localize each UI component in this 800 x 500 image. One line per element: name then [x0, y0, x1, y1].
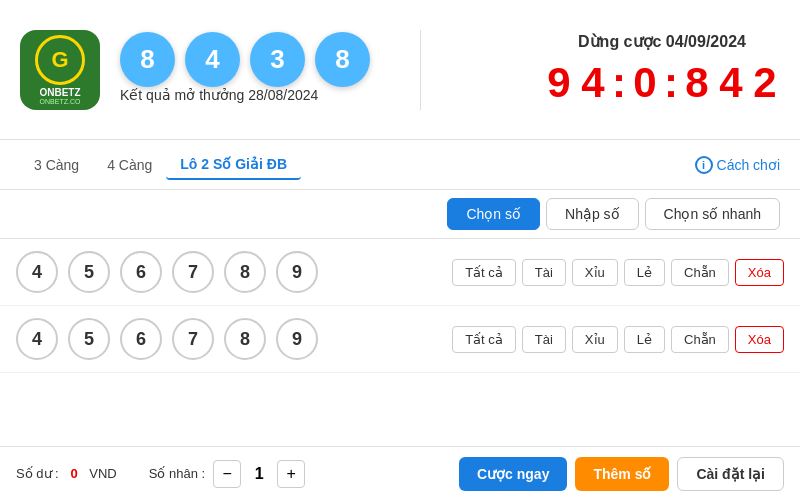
lottery-balls: 8438	[120, 32, 370, 87]
logo: G ONBETZ ONBETZ.CO	[20, 30, 100, 110]
filter-tai-r2[interactable]: Tài	[522, 326, 566, 353]
num-ball-6-r2[interactable]: 6	[120, 318, 162, 360]
num-ball-9-r1[interactable]: 9	[276, 251, 318, 293]
filter-btns-1: Tất cả Tài Xỉu Lẻ Chẵn Xóa	[452, 259, 784, 286]
filter-le-r2[interactable]: Lẻ	[624, 326, 665, 353]
tab-4cang[interactable]: 4 Càng	[93, 151, 166, 179]
lottery-ball-1: 4	[185, 32, 240, 87]
number-row-2: 4 5 6 7 8 9 Tất cả Tài Xỉu Lẻ Chẵn Xóa	[0, 306, 800, 373]
tab-3cang[interactable]: 3 Càng	[20, 151, 93, 179]
number-rows: 4 5 6 7 8 9 Tất cả Tài Xỉu Lẻ Chẵn Xóa 4…	[0, 239, 800, 446]
filter-xiu-r2[interactable]: Xỉu	[572, 326, 618, 353]
mode-btn-nhapso[interactable]: Nhập số	[546, 198, 639, 230]
timer-d4: 8	[682, 59, 712, 107]
filter-btns-2: Tất cả Tài Xỉu Lẻ Chẵn Xóa	[452, 326, 784, 353]
info-icon: i	[695, 156, 713, 174]
number-row-1: 4 5 6 7 8 9 Tất cả Tài Xỉu Lẻ Chẵn Xóa	[0, 239, 800, 306]
filter-xoa-r1[interactable]: Xóa	[735, 259, 784, 286]
timer-d1: 9	[544, 59, 574, 107]
num-ball-7-r1[interactable]: 7	[172, 251, 214, 293]
num-balls-2: 4 5 6 7 8 9	[16, 318, 318, 360]
timer-section: Dừng cược 04/09/2024 9 4 : 0 : 8 4 2	[544, 32, 780, 107]
lottery-ball-2: 3	[250, 32, 305, 87]
num-balls-1: 4 5 6 7 8 9	[16, 251, 318, 293]
divider	[420, 30, 421, 110]
timer-d2: 4	[578, 59, 608, 107]
timer-c1: :	[612, 59, 626, 107]
mode-btn-chonso[interactable]: Chọn số	[447, 198, 540, 230]
header: G ONBETZ ONBETZ.CO 8438 Kết quả mở thưởn…	[0, 0, 800, 140]
logo-circle: G	[35, 35, 85, 85]
mode-buttons-row: Chọn số Nhập số Chọn số nhanh	[0, 190, 800, 239]
timer-c2: :	[664, 59, 678, 107]
num-ball-9-r2[interactable]: 9	[276, 318, 318, 360]
filter-chan-r2[interactable]: Chẵn	[671, 326, 729, 353]
logo-sub: ONBETZ.CO	[40, 98, 81, 105]
info-link[interactable]: i Cách chơi	[695, 156, 780, 174]
mode-btn-chonsonhanh[interactable]: Chọn số nhanh	[645, 198, 780, 230]
result-info: Kết quả mở thưởng 28/08/2024	[120, 87, 318, 107]
num-ball-8-r1[interactable]: 8	[224, 251, 266, 293]
filter-xoa-r2[interactable]: Xóa	[735, 326, 784, 353]
filter-xiu-r1[interactable]: Xỉu	[572, 259, 618, 286]
main-container: G ONBETZ ONBETZ.CO 8438 Kết quả mở thưởn…	[0, 0, 800, 500]
lottery-ball-3: 8	[315, 32, 370, 87]
logo-area: G ONBETZ ONBETZ.CO	[20, 30, 100, 110]
filter-chan-r1[interactable]: Chẵn	[671, 259, 729, 286]
num-ball-5-r2[interactable]: 5	[68, 318, 110, 360]
num-ball-7-r2[interactable]: 7	[172, 318, 214, 360]
multiplier-minus-btn[interactable]: −	[213, 460, 241, 488]
balance-label: Số dư : 0 VND	[16, 466, 117, 481]
lottery-ball-0: 8	[120, 32, 175, 87]
result-label: Kết quả mở thưởng 28/08/2024	[120, 87, 318, 103]
filter-le-r1[interactable]: Lẻ	[624, 259, 665, 286]
info-label: Cách chơi	[717, 157, 780, 173]
timer-label: Dừng cược 04/09/2024	[578, 32, 746, 51]
balance-value: 0	[70, 466, 77, 481]
num-ball-4-r2[interactable]: 4	[16, 318, 58, 360]
bet-now-button[interactable]: Cược ngay	[459, 457, 567, 491]
num-ball-4-r1[interactable]: 4	[16, 251, 58, 293]
filter-tatca-r1[interactable]: Tất cả	[452, 259, 516, 286]
multiplier-label: Số nhân :	[149, 466, 205, 481]
logo-text: ONBETZ	[39, 87, 80, 98]
add-number-button[interactable]: Thêm số	[575, 457, 669, 491]
timer-display: 9 4 : 0 : 8 4 2	[544, 59, 780, 107]
bottom-bar: Số dư : 0 VND Số nhân : − 1 + Cược ngay …	[0, 446, 800, 500]
timer-d6: 2	[750, 59, 780, 107]
num-ball-8-r2[interactable]: 8	[224, 318, 266, 360]
filter-tai-r1[interactable]: Tài	[522, 259, 566, 286]
action-btns: Cược ngay Thêm số Cài đặt lại	[459, 457, 784, 491]
multiplier-area: Số nhân : − 1 +	[149, 460, 305, 488]
timer-d3: 0	[630, 59, 660, 107]
balance-label-text: Số dư :	[16, 466, 59, 481]
tab-lo2so[interactable]: Lô 2 Số Giải ĐB	[166, 150, 301, 180]
reset-button[interactable]: Cài đặt lại	[677, 457, 784, 491]
tabs-section: 3 Càng 4 Càng Lô 2 Số Giải ĐB i Cách chơ…	[0, 140, 800, 190]
logo-g-icon: G	[51, 47, 68, 73]
balance-unit: VND	[89, 466, 116, 481]
multiplier-plus-btn[interactable]: +	[277, 460, 305, 488]
filter-tatca-r2[interactable]: Tất cả	[452, 326, 516, 353]
multiplier-value: 1	[249, 465, 269, 483]
num-ball-6-r1[interactable]: 6	[120, 251, 162, 293]
num-ball-5-r1[interactable]: 5	[68, 251, 110, 293]
timer-d5: 4	[716, 59, 746, 107]
